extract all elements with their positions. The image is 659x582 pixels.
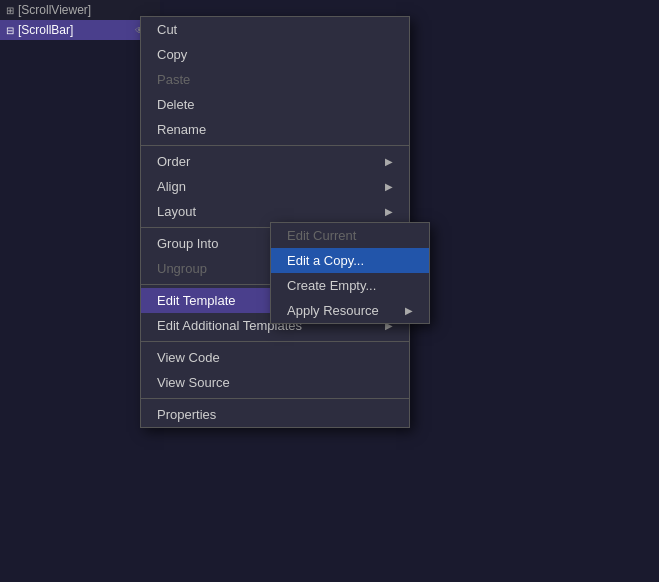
menu-item-view-source[interactable]: View Source <box>141 370 409 395</box>
submenu-item-edit-copy[interactable]: Edit a Copy... <box>271 248 429 273</box>
tree-item-label: [ScrollViewer] <box>18 3 91 17</box>
menu-item-delete[interactable]: Delete <box>141 92 409 117</box>
menu-item-label: Rename <box>157 122 206 137</box>
separator-1 <box>141 145 409 146</box>
menu-item-layout[interactable]: Layout ▶ <box>141 199 409 224</box>
submenu-item-label: Edit a Copy... <box>287 253 364 268</box>
menu-item-label: Group Into <box>157 236 218 251</box>
submenu-item-apply-resource[interactable]: Apply Resource ▶ <box>271 298 429 323</box>
menu-item-order[interactable]: Order ▶ <box>141 149 409 174</box>
menu-item-label: Cut <box>157 22 177 37</box>
menu-item-cut[interactable]: Cut <box>141 17 409 42</box>
separator-5 <box>141 398 409 399</box>
submenu-arrow: ▶ <box>385 206 393 217</box>
submenu-arrow: ▶ <box>385 156 393 167</box>
menu-item-label: Properties <box>157 407 216 422</box>
menu-item-align[interactable]: Align ▶ <box>141 174 409 199</box>
submenu-item-label: Edit Current <box>287 228 356 243</box>
submenu-item-edit-current: Edit Current <box>271 223 429 248</box>
tree-item-icon: ⊞ <box>6 5 14 16</box>
menu-item-label: Layout <box>157 204 196 219</box>
menu-item-label: Edit Template <box>157 293 236 308</box>
menu-item-view-code[interactable]: View Code <box>141 345 409 370</box>
menu-item-label: Ungroup <box>157 261 207 276</box>
tree-item-icon: ⊟ <box>6 25 14 36</box>
submenu-item-label: Apply Resource <box>287 303 379 318</box>
menu-item-copy[interactable]: Copy <box>141 42 409 67</box>
tree-panel: ⊞ [ScrollViewer] ⊟ [ScrollBar] 👁 ○ <box>0 0 160 40</box>
menu-item-label: View Source <box>157 375 230 390</box>
menu-item-label: Paste <box>157 72 190 87</box>
menu-item-label: View Code <box>157 350 220 365</box>
menu-item-label: Copy <box>157 47 187 62</box>
menu-item-label: Align <box>157 179 186 194</box>
edit-template-submenu: Edit Current Edit a Copy... Create Empty… <box>270 222 430 324</box>
submenu-arrow: ▶ <box>405 305 413 316</box>
tree-item-scrollbar[interactable]: ⊟ [ScrollBar] 👁 ○ <box>0 20 160 40</box>
submenu-item-label: Create Empty... <box>287 278 376 293</box>
tree-item-label: [ScrollBar] <box>18 23 73 37</box>
submenu-item-create-empty[interactable]: Create Empty... <box>271 273 429 298</box>
separator-4 <box>141 341 409 342</box>
submenu-arrow: ▶ <box>385 181 393 192</box>
menu-item-label: Order <box>157 154 190 169</box>
menu-item-paste: Paste <box>141 67 409 92</box>
menu-item-properties[interactable]: Properties <box>141 402 409 427</box>
menu-item-label: Delete <box>157 97 195 112</box>
tree-item-scrollviewer[interactable]: ⊞ [ScrollViewer] <box>0 0 160 20</box>
menu-item-rename[interactable]: Rename <box>141 117 409 142</box>
